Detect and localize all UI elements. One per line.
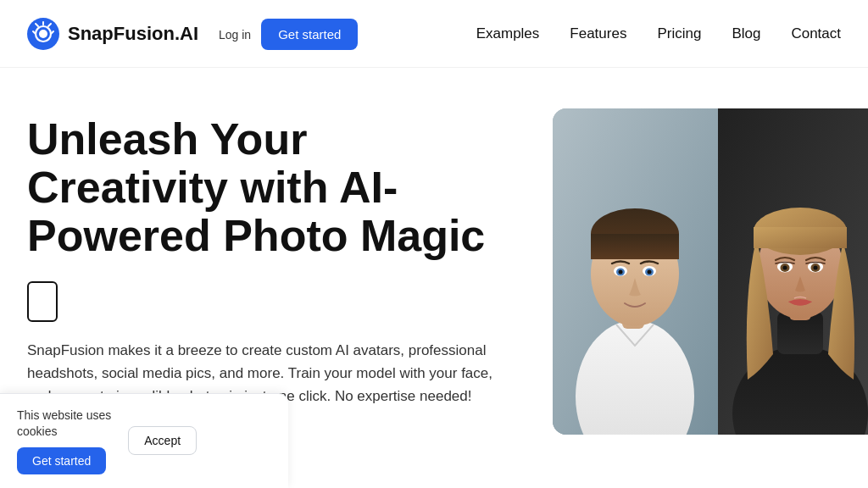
cookie-banner: This website uses cookies Get started Ac… (0, 393, 288, 488)
hero-content: Unleash Your Creativity with AI-Powered … (27, 108, 519, 431)
svg-rect-7 (591, 234, 679, 259)
brand-name: SnapFusion.AI (68, 23, 198, 45)
nav-item-pricing[interactable]: Pricing (657, 25, 701, 42)
hero-image-female (718, 108, 868, 435)
hero-title: Unleash Your Creativity with AI-Powered … (27, 115, 519, 261)
hero-image-split (553, 108, 868, 435)
svg-point-25 (783, 266, 787, 270)
hero-image-male (553, 108, 718, 435)
nav-item-contact[interactable]: Contact (791, 25, 841, 42)
nav-item-blog[interactable]: Blog (732, 25, 760, 42)
nav-item-features[interactable]: Features (570, 25, 626, 42)
cookie-accept-button[interactable]: Accept (128, 426, 197, 455)
female-figure-svg (718, 108, 868, 435)
cookie-message-line1: This website uses (17, 408, 111, 424)
svg-point-13 (648, 270, 652, 274)
svg-point-12 (619, 270, 623, 274)
logo-group: SnapFusion.AI (27, 18, 198, 50)
logo-icon (27, 18, 59, 50)
get-started-button-header[interactable]: Get started (261, 19, 358, 50)
main-content: Unleash Your Creativity with AI-Powered … (0, 108, 868, 435)
nav-item-examples[interactable]: Examples (476, 25, 540, 42)
site-header: SnapFusion.AI Log in Get started Example… (0, 0, 868, 68)
hero-image (553, 108, 868, 435)
header-left: SnapFusion.AI Log in Get started (27, 17, 358, 50)
svg-point-26 (814, 266, 818, 270)
scroll-indicator-icon (27, 281, 58, 322)
cookie-get-started-button[interactable]: Get started (17, 447, 106, 474)
svg-rect-20 (754, 227, 847, 248)
auth-links: Log in Get started (219, 19, 358, 50)
male-figure-svg (553, 108, 718, 435)
cookie-text: This website uses cookies Get started (17, 408, 111, 474)
svg-point-1 (39, 30, 47, 38)
main-nav: Examples Features Pricing Blog Contact (476, 25, 841, 42)
cookie-message-line2: cookies (17, 424, 111, 441)
log-in-link[interactable]: Log in (219, 28, 251, 42)
